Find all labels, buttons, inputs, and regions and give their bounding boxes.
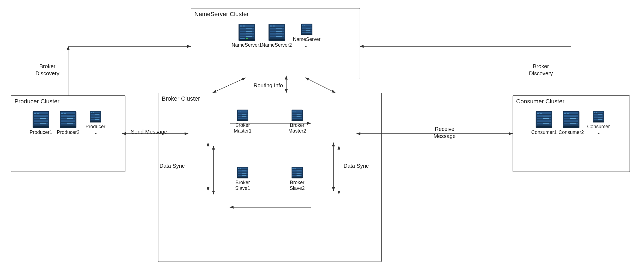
svg-rect-42 bbox=[34, 112, 48, 114]
svg-rect-103 bbox=[296, 116, 300, 116]
svg-rect-138 bbox=[537, 113, 539, 114]
svg-rect-27 bbox=[269, 39, 285, 41]
svg-rect-14 bbox=[246, 36, 252, 37]
svg-rect-120 bbox=[292, 168, 302, 169]
svg-rect-11 bbox=[246, 29, 252, 29]
svg-rect-104 bbox=[296, 118, 300, 118]
consumer3-icon: Consumer... bbox=[588, 111, 609, 135]
broker-master2-svg bbox=[287, 109, 307, 121]
svg-rect-63 bbox=[67, 118, 73, 119]
nameserver2-icon: NameServer2 bbox=[266, 23, 288, 48]
svg-rect-49 bbox=[40, 116, 46, 116]
broker-slave1-icon: BrokerSlave1 bbox=[232, 167, 254, 191]
svg-rect-107 bbox=[238, 168, 247, 169]
svg-rect-87 bbox=[240, 111, 241, 112]
svg-rect-29 bbox=[302, 25, 311, 26]
svg-rect-23 bbox=[276, 29, 282, 29]
nameserver-cluster-box: NameServer Cluster bbox=[191, 8, 360, 79]
consumer1-svg bbox=[534, 111, 554, 128]
svg-rect-144 bbox=[536, 126, 552, 128]
receive-message-label: ReceiveMessage bbox=[434, 125, 456, 140]
svg-rect-65 bbox=[67, 123, 73, 124]
producer2-svg bbox=[58, 111, 78, 128]
svg-rect-51 bbox=[40, 121, 46, 121]
consumer2-svg bbox=[561, 111, 581, 128]
svg-rect-9 bbox=[240, 25, 242, 26]
svg-rect-12 bbox=[246, 31, 252, 32]
send-message-label: Send Message bbox=[131, 128, 167, 135]
svg-rect-60 bbox=[61, 113, 63, 114]
svg-rect-153 bbox=[570, 116, 576, 116]
svg-rect-91 bbox=[242, 118, 246, 118]
nameserver1-icon: NameServer1 bbox=[236, 23, 258, 48]
svg-rect-126 bbox=[294, 168, 296, 169]
data-sync-left-label: Data Sync bbox=[160, 162, 185, 169]
nameserver1-svg bbox=[237, 23, 257, 41]
svg-rect-112 bbox=[238, 168, 239, 169]
broker-cluster-box: Broker Cluster bbox=[158, 93, 382, 262]
svg-rect-88 bbox=[242, 113, 246, 113]
producer3-icon: Producer... bbox=[85, 111, 106, 135]
broker-master2-icon: BrokerMaster2 bbox=[286, 109, 308, 134]
svg-rect-114 bbox=[242, 170, 246, 170]
svg-rect-159 bbox=[594, 112, 603, 113]
svg-rect-101 bbox=[296, 113, 300, 113]
svg-rect-13 bbox=[246, 34, 252, 34]
broker-master1-svg bbox=[233, 109, 252, 121]
svg-rect-130 bbox=[296, 175, 300, 175]
svg-rect-52 bbox=[40, 123, 46, 124]
svg-rect-92 bbox=[237, 120, 248, 121]
svg-rect-133 bbox=[537, 112, 551, 114]
svg-rect-165 bbox=[596, 112, 597, 113]
nameserver3-label: NameServer... bbox=[293, 37, 320, 48]
broker-slave1-svg bbox=[233, 167, 252, 179]
svg-rect-55 bbox=[61, 112, 75, 114]
consumer3-label: Consumer... bbox=[587, 124, 610, 135]
svg-rect-116 bbox=[242, 173, 246, 174]
broker-master1-icon: BrokerMaster1 bbox=[232, 109, 254, 134]
svg-rect-35 bbox=[304, 25, 305, 26]
svg-rect-74 bbox=[93, 112, 94, 113]
broker-discovery-right-label: BrokerDiscovery bbox=[529, 63, 553, 77]
svg-rect-166 bbox=[598, 114, 602, 115]
svg-rect-169 bbox=[598, 119, 602, 119]
nameserver2-svg bbox=[267, 23, 287, 41]
svg-rect-105 bbox=[292, 120, 303, 121]
svg-rect-40 bbox=[301, 34, 312, 35]
producer2-label: Producer2 bbox=[57, 130, 79, 135]
consumer3-svg bbox=[589, 111, 608, 123]
svg-rect-143 bbox=[543, 123, 549, 124]
svg-rect-152 bbox=[567, 113, 569, 114]
svg-rect-156 bbox=[570, 123, 576, 124]
broker-cluster-label: Broker Cluster bbox=[162, 95, 200, 102]
svg-rect-73 bbox=[91, 112, 92, 113]
consumer-cluster-box: Consumer Cluster Co bbox=[513, 95, 630, 172]
svg-rect-64 bbox=[67, 121, 73, 121]
producer2-icon: Producer2 bbox=[57, 111, 79, 135]
svg-rect-36 bbox=[306, 27, 310, 27]
svg-rect-68 bbox=[91, 112, 100, 113]
svg-rect-154 bbox=[570, 118, 576, 119]
svg-rect-90 bbox=[242, 116, 246, 116]
broker-master1-label: BrokerMaster1 bbox=[234, 122, 251, 134]
broker-slave1-label: BrokerSlave1 bbox=[235, 180, 250, 191]
svg-rect-81 bbox=[238, 110, 247, 112]
svg-rect-34 bbox=[302, 25, 303, 26]
nameserver1-label: NameServer1 bbox=[231, 42, 262, 48]
svg-rect-21 bbox=[270, 25, 272, 26]
producer3-label: Producer... bbox=[85, 124, 105, 135]
broker-discovery-left-label: BrokerDiscovery bbox=[35, 63, 59, 77]
nameserver-cluster-label: NameServer Cluster bbox=[194, 11, 249, 18]
svg-rect-10 bbox=[243, 25, 245, 26]
svg-rect-146 bbox=[564, 112, 578, 114]
svg-rect-66 bbox=[60, 126, 76, 128]
consumer1-icon: Consumer1 bbox=[533, 111, 555, 135]
svg-rect-94 bbox=[292, 110, 302, 112]
svg-rect-61 bbox=[64, 113, 66, 114]
routing-info-label: Routing Info bbox=[254, 82, 283, 89]
producer3-svg bbox=[86, 111, 105, 123]
broker-slave2-icon: BrokerSlave2 bbox=[286, 167, 308, 191]
svg-rect-115 bbox=[242, 172, 246, 172]
svg-rect-26 bbox=[276, 36, 282, 37]
producer1-icon: Producer1 bbox=[30, 111, 52, 135]
